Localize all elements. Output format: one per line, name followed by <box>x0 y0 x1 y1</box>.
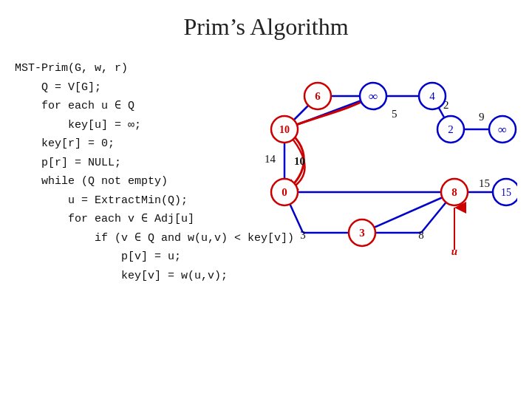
svg-text:2: 2 <box>448 123 454 135</box>
diagram-area: 10 5 2 9 15 14 6 ∞ 4 10 2 ∞ 0 8 15 <box>244 52 517 273</box>
svg-text:∞: ∞ <box>369 89 378 103</box>
svg-text:15: 15 <box>501 187 511 198</box>
svg-line-12 <box>362 192 454 233</box>
svg-text:10: 10 <box>279 124 290 135</box>
page-title: Prim’s Algorithm <box>0 0 532 48</box>
algorithm-diagram: 10 5 2 9 15 14 6 ∞ 4 10 2 ∞ 0 8 15 <box>244 52 517 273</box>
svg-text:10: 10 <box>294 155 305 167</box>
svg-text:9: 9 <box>479 111 485 123</box>
svg-text:8: 8 <box>451 186 457 198</box>
svg-text:4: 4 <box>429 90 435 102</box>
svg-text:8: 8 <box>418 229 424 241</box>
svg-text:15: 15 <box>479 177 490 189</box>
svg-text:3: 3 <box>300 229 306 241</box>
svg-text:14: 14 <box>265 153 276 165</box>
svg-text:0: 0 <box>282 186 287 198</box>
svg-text:∞: ∞ <box>498 123 507 137</box>
svg-text:6: 6 <box>315 90 321 102</box>
svg-text:3: 3 <box>359 227 365 239</box>
svg-text:5: 5 <box>392 108 398 120</box>
